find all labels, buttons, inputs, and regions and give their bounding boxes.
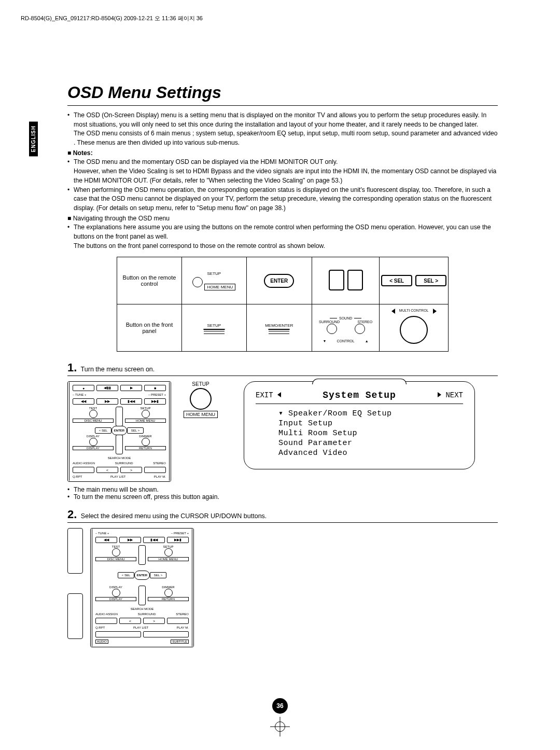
playlist-label: PLAY LIST [110,475,125,478]
preset-label: – PRESET + [148,393,166,396]
step1-left: ●◀/▮▮▶■ – TUNE +– PRESET + ◀◀▶▶▮◀◀▶▶▮ TE… [67,381,218,482]
left-arrow-icon [391,309,395,314]
step1-bullet1: The main menu will be shown. [74,486,498,493]
stereo-label: STEREO [153,462,166,465]
cursor-buttons-callout [67,528,83,647]
dimmer-label: DIMMER [148,586,189,589]
surround-label: SURROUND [319,320,340,324]
playlist-label: PLAY LIST [133,626,148,629]
enter-btn-icon: ENTER [111,426,127,435]
multi-knob-icon [400,316,428,344]
remote-btn-icon: > [120,467,142,473]
subtitle-box: SUBTITLE [171,640,189,644]
remote-enter-cell: ENTER [246,257,312,304]
remote-btn-icon [167,618,189,624]
fp-memo-cell: MEMO/ENTER [246,304,312,352]
bullet-dot: • [67,493,74,501]
osd-item: Input Setup [278,419,463,428]
language-tab: ENGLISH [29,121,38,156]
setup-circle-icon [192,277,203,287]
setup-label: SETUP [183,271,246,276]
remote-btn-icon: ▶▶▮ [144,398,166,405]
step1-bullet2: To turn the menu screen off, press this … [74,493,498,501]
intro-p1: The OSD (On-Screen Display) menu is a se… [74,112,486,128]
osd-item: Sound Parameter [278,439,463,448]
remote-btn-icon: ▶▶ [119,537,141,543]
square-bullet: ■ [67,149,71,157]
down-arrow-icon: ▼ [323,339,327,343]
square-bullet: ■ [67,215,71,222]
bullet-dot: • [67,223,74,241]
fp-memo-label: MEMO/ENTER [265,323,293,328]
right-arrow-icon [438,392,441,397]
fp-sound-cell: SOUND SURROUND STEREO ▼ CONTROL ▲ [312,304,379,352]
setup-callout: SETUP HOME MENU [184,381,218,482]
audio-box: AUDIO [95,640,108,644]
sel-left-btn: < SEL [118,572,134,578]
remote-diagram: – TUNE +– PRESET + ◀◀▶▶▮◀◀▶▶▮ TEST DISC … [90,528,194,647]
display-label: DISPLAY [73,435,114,438]
display-box: DISPLAY [73,446,114,450]
remote-btn-icon: ▮◀◀ [143,537,165,543]
fp-setup-cell: SETUP [181,304,246,352]
remote-btn-icon [73,467,94,473]
stereo-knob-icon [355,324,365,334]
setup-btn-icon [142,410,150,418]
display-label: DISPLAY [95,586,136,589]
enter-button-icon: ENTER [264,274,294,288]
step-1: 1. Turn the menu screen on. ●◀/▮▮▶■ – TU… [67,361,498,501]
search-label: SEARCH MODE [73,456,166,460]
sound-label: SOUND [339,316,352,320]
dimmer-btn-icon [142,438,150,446]
osd-item: Multi Room Setup [278,429,463,438]
nav-p1: The explanations here assume you are usi… [74,224,491,240]
bullet-dot: • [67,186,74,213]
remote-btn-icon: < [96,467,118,473]
surround-label: SURROUND [138,613,156,616]
remote-btn-icon: ◀◀ [95,537,117,543]
surround-knob-icon [327,324,337,334]
intro-block: • The OSD (On-Screen Display) menu is a … [67,111,498,251]
search-label: SEARCH MODE [95,607,189,610]
dimmer-label: DIMMER [125,435,166,438]
remote-sel-cell: < SEL SEL > [380,257,449,304]
left-arrow-icon [277,392,281,397]
page-content: OSD Menu Settings • The OSD (On-Screen D… [67,83,498,647]
audio-assign-label: AUDIO ASSIGN [73,462,95,465]
callout-circle-icon [190,388,212,410]
up-arrow-icon: ▲ [365,339,369,343]
remote-setup-cell: SETUP HOME MENU [181,257,246,304]
display-box: DISPLAY [95,597,136,601]
sel-right-btn: SEL > [150,572,166,578]
surround-label: SURROUND [115,462,133,465]
sel-right-btn: SEL > [127,427,144,434]
playm-label: PLAY M. [154,475,166,478]
callout-setup-label: SETUP [192,381,209,387]
step-2: 2. Select the desired menu using the CUR… [67,508,498,647]
setup-btn-icon [164,548,173,557]
fp-setup-label: SETUP [207,323,221,328]
step2-body: – TUNE +– PRESET + ◀◀▶▶▮◀◀▶▶▮ TEST DISC … [67,528,498,647]
playm-label: PLAY M. [177,626,189,629]
page-title: OSD Menu Settings [67,83,498,102]
remote-btn-icon: ▶▶ [96,398,118,405]
display-btn-icon [112,589,120,597]
qrpt-label: Q.RPT [73,475,82,478]
stereo-label: STEREO [357,320,372,324]
button-table: Button on the remote control SETUP HOME … [117,257,449,352]
remote-btn-icon: ◀◀ [73,398,94,405]
row1-label: Button on the remote control [117,257,182,304]
note1-b: However, when the Video Scaling is set t… [74,168,496,184]
step2-text: Select the desired menu using the CURSOR… [81,512,267,520]
cross-nav: < SEL ENTER SEL > [124,568,160,582]
step1-text: Turn the menu screen on. [81,366,155,373]
test-btn-icon [112,548,120,557]
home-menu-box: HOME MENU [125,419,166,423]
remote-btn-icon: ■ [144,385,166,391]
osd-item: Advanced Video [278,449,463,457]
cursor-down-icon [138,586,146,605]
cursor-up-icon [116,407,123,426]
display-btn-icon [89,438,97,446]
cursor-up-icon [138,545,146,565]
home-menu-box: HOME MENU [148,557,189,561]
